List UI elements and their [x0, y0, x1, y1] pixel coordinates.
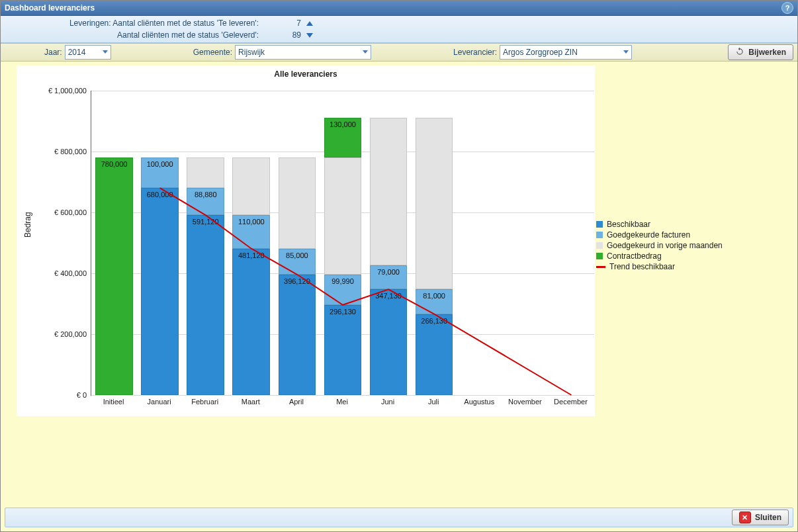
row1-label: Aantal cliënten met de status 'Te levere… — [112, 19, 259, 28]
info-row1-label: Leveringen: Aantal cliënten met de statu… — [1, 19, 261, 28]
legend-swatch — [596, 232, 603, 238]
y-tick-label: € 1,000,000 — [21, 87, 87, 95]
gemeente-select[interactable]: Rijswijk — [235, 45, 371, 60]
arrow-up-icon — [306, 21, 313, 26]
gemeente-label: Gemeente: — [193, 48, 232, 57]
window-title: Dashboard leveranciers — [5, 3, 95, 13]
y-tick-label: € 0 — [21, 391, 87, 399]
legend-item: Trend beschikbaar — [596, 261, 723, 272]
sluiten-button[interactable]: ✕ Sluiten — [732, 510, 789, 525]
info-bar: Leveringen: Aantal cliënten met de statu… — [1, 16, 797, 43]
row1-value: 7 — [261, 19, 304, 28]
x-tick-label: Juli — [428, 398, 439, 406]
chevron-down-icon — [623, 50, 629, 54]
legend: Beschikbaar Goedgekeurde facturen Goedge… — [596, 219, 723, 272]
dashboard-window: Dashboard leveranciers ? Leveringen: Aan… — [0, 0, 798, 532]
y-tick-label: € 600,000 — [21, 208, 87, 216]
trend-line — [91, 91, 594, 395]
arrow-down-icon — [306, 33, 313, 38]
chart-area: Alle leveranciers Bedrag 780,000680,0001… — [1, 62, 797, 508]
legend-swatch — [596, 221, 603, 228]
leverancier-select[interactable]: Argos Zorggroep ZIN — [500, 45, 632, 60]
legend-line — [596, 266, 605, 268]
x-tick-label: Initieel — [103, 398, 124, 406]
x-tick-label: Augustus — [464, 398, 494, 406]
jaar-label: Jaar: — [44, 48, 62, 57]
bijwerken-label: Bijwerken — [748, 48, 786, 57]
legend-label: Trend beschikbaar — [609, 262, 675, 271]
legend-label: Contractbedrag — [607, 251, 662, 261]
jaar-value: 2014 — [68, 48, 86, 57]
filter-bar: Jaar: 2014 Gemeente: Rijswijk Leverancie… — [1, 43, 797, 62]
bijwerken-button[interactable]: Bijwerken — [728, 44, 793, 60]
leveringen-prefix: Leveringen: — [69, 19, 111, 28]
x-tick-label: Maart — [242, 398, 260, 406]
legend-item: Goedgekeurde facturen — [596, 230, 723, 240]
legend-swatch — [596, 253, 603, 259]
close-icon: ✕ — [739, 511, 751, 523]
x-tick-label: Februari — [191, 398, 218, 406]
chart-box: Alle leveranciers Bedrag 780,000680,0001… — [17, 66, 595, 416]
legend-label: Goedgekeurd in vorige maanden — [607, 241, 723, 250]
x-tick-label: April — [289, 398, 304, 406]
jaar-select[interactable]: 2014 — [65, 45, 111, 60]
leverancier-label: Leverancier: — [453, 48, 497, 57]
legend-item: Beschikbaar — [596, 219, 723, 230]
gemeente-value: Rijswijk — [238, 48, 265, 57]
x-tick-label: Januari — [148, 398, 171, 406]
x-tick-label: Juni — [381, 398, 394, 406]
sluiten-label: Sluiten — [755, 513, 781, 522]
titlebar: Dashboard leveranciers ? — [1, 1, 797, 16]
chevron-down-icon — [363, 50, 368, 54]
refresh-icon — [735, 47, 744, 58]
x-tick-label: November — [508, 398, 542, 406]
row2-label: Aantal cliënten met de status 'Geleverd'… — [1, 30, 261, 40]
legend-label: Beschikbaar — [607, 220, 650, 229]
row2-value: 89 — [261, 30, 304, 40]
legend-item: Contractbedrag — [596, 251, 723, 261]
chevron-down-icon — [103, 50, 108, 54]
leverancier-value: Argos Zorggroep ZIN — [503, 48, 578, 57]
y-tick-label: € 400,000 — [21, 269, 87, 277]
footer-bar: ✕ Sluiten — [5, 508, 793, 527]
help-button[interactable]: ? — [781, 2, 793, 14]
y-tick-label: € 800,000 — [21, 148, 87, 155]
x-tick-label: Mei — [336, 398, 348, 406]
x-tick-label: December — [554, 398, 588, 406]
chart-title: Alle leveranciers — [17, 66, 595, 79]
y-tick-label: € 200,000 — [21, 330, 87, 338]
legend-label: Goedgekeurde facturen — [607, 230, 690, 240]
legend-item: Goedgekeurd in vorige maanden — [596, 240, 723, 251]
legend-swatch — [596, 242, 603, 249]
plot-area: 780,000680,000100,000591,12088,880481,12… — [91, 91, 594, 396]
